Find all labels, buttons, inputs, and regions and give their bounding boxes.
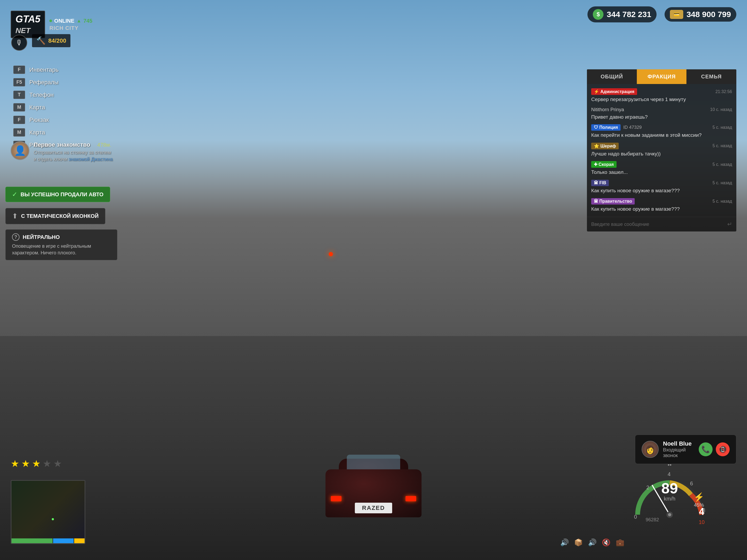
player-car: RAZED <box>320 448 427 517</box>
car-plate: RAZED <box>355 503 392 513</box>
game-background: RAZED <box>0 0 747 560</box>
